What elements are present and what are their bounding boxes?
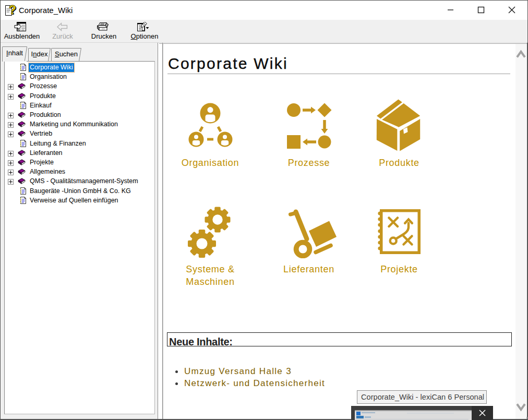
svg-text:?: ?	[9, 4, 16, 17]
